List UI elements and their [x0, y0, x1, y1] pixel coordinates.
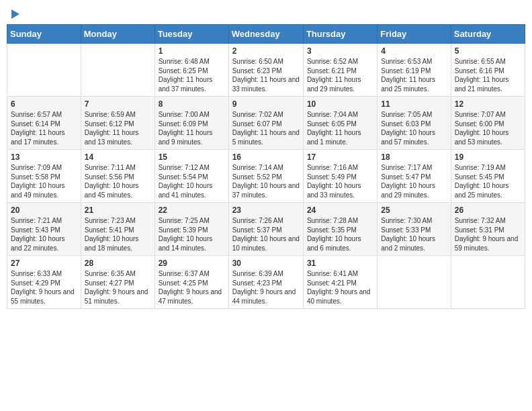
calendar-cell: 6Sunrise: 6:57 AMSunset: 6:14 PMDaylight…	[7, 97, 81, 150]
day-header-saturday: Saturday	[451, 25, 525, 44]
calendar-cell: 22Sunrise: 7:25 AMSunset: 5:39 PMDayligh…	[154, 203, 228, 256]
calendar-week-4: 27Sunrise: 6:33 AMSunset: 4:29 PMDayligh…	[7, 256, 525, 309]
calendar-week-0: 1Sunrise: 6:48 AMSunset: 6:25 PMDaylight…	[7, 44, 525, 97]
day-info-text: Sunrise: 7:16 AM	[307, 163, 373, 173]
day-info-text: Sunset: 6:07 PM	[232, 120, 300, 129]
day-number: 14	[85, 152, 151, 162]
day-info-text: Daylight: 11 hours and 13 minutes.	[85, 128, 151, 146]
day-number: 11	[381, 99, 447, 109]
calendar-cell: 3Sunrise: 6:52 AMSunset: 6:21 PMDaylight…	[303, 44, 377, 97]
day-info-text: Sunrise: 7:07 AM	[455, 110, 521, 120]
day-info-text: Sunset: 5:33 PM	[381, 226, 447, 235]
calendar-cell: 7Sunrise: 6:59 AMSunset: 6:12 PMDaylight…	[81, 97, 154, 150]
day-info-text: Sunset: 5:47 PM	[381, 173, 447, 182]
day-info-text: Sunset: 6:00 PM	[455, 120, 521, 129]
day-number: 22	[159, 205, 225, 215]
day-info-text: Sunset: 6:19 PM	[381, 66, 447, 76]
day-number: 12	[455, 99, 521, 109]
day-info-text: Sunset: 4:27 PM	[85, 279, 151, 288]
day-info-text: Sunset: 6:03 PM	[381, 120, 447, 129]
day-number: 24	[307, 205, 373, 215]
day-info-text: Sunset: 4:25 PM	[159, 279, 225, 288]
day-info-text: Daylight: 11 hours and 21 minutes.	[455, 75, 521, 93]
day-number: 1	[159, 46, 225, 56]
day-number: 26	[455, 205, 521, 215]
day-info-text: Daylight: 10 hours and 49 minutes.	[11, 181, 77, 199]
day-info-text: Sunset: 4:23 PM	[232, 279, 300, 288]
day-info-text: Sunrise: 6:39 AM	[232, 269, 300, 279]
calendar-cell: 28Sunrise: 6:35 AMSunset: 4:27 PMDayligh…	[81, 256, 154, 309]
day-info-text: Daylight: 11 hours and 9 minutes.	[159, 128, 225, 146]
day-info-text: Sunrise: 7:25 AM	[159, 216, 225, 226]
day-info-text: Sunrise: 7:09 AM	[11, 163, 77, 173]
day-info-text: Sunrise: 7:19 AM	[455, 163, 521, 173]
day-info-text: Sunrise: 7:04 AM	[307, 110, 373, 120]
day-number: 30	[232, 259, 300, 268]
calendar-cell: 10Sunrise: 7:04 AMSunset: 6:05 PMDayligh…	[303, 97, 377, 150]
page-header	[7, 7, 525, 19]
calendar-cell: 25Sunrise: 7:30 AMSunset: 5:33 PMDayligh…	[378, 203, 451, 256]
day-number: 19	[455, 152, 521, 162]
calendar-cell: 23Sunrise: 7:26 AMSunset: 5:37 PMDayligh…	[228, 203, 303, 256]
logo	[9, 9, 19, 19]
day-number: 6	[11, 99, 77, 109]
calendar-cell: 14Sunrise: 7:11 AMSunset: 5:56 PMDayligh…	[81, 150, 154, 203]
day-number: 15	[159, 152, 225, 162]
day-info-text: Sunrise: 7:17 AM	[381, 163, 447, 173]
day-info-text: Daylight: 11 hours and 33 minutes.	[232, 75, 300, 93]
calendar-cell	[7, 44, 81, 97]
day-info-text: Sunset: 5:52 PM	[232, 173, 300, 182]
day-info-text: Sunset: 5:58 PM	[11, 173, 77, 182]
calendar-cell: 18Sunrise: 7:17 AMSunset: 5:47 PMDayligh…	[378, 150, 451, 203]
day-info-text: Sunrise: 6:35 AM	[85, 269, 151, 279]
day-number: 18	[381, 152, 447, 162]
day-info-text: Sunrise: 7:12 AM	[159, 163, 225, 173]
calendar-week-2: 13Sunrise: 7:09 AMSunset: 5:58 PMDayligh…	[7, 150, 525, 203]
day-number: 10	[307, 99, 373, 109]
day-info-text: Sunset: 5:49 PM	[307, 173, 373, 182]
day-info-text: Sunrise: 7:28 AM	[307, 216, 373, 226]
day-info-text: Sunrise: 7:32 AM	[455, 216, 521, 226]
day-info-text: Sunset: 6:05 PM	[307, 120, 373, 129]
day-info-text: Sunrise: 7:23 AM	[85, 216, 151, 226]
calendar-cell	[81, 44, 154, 97]
day-number: 7	[85, 99, 151, 109]
day-info-text: Sunset: 5:45 PM	[455, 173, 521, 182]
day-number: 3	[307, 46, 373, 56]
day-info-text: Sunrise: 6:33 AM	[11, 269, 77, 279]
calendar-cell: 31Sunrise: 6:41 AMSunset: 4:21 PMDayligh…	[303, 256, 377, 309]
day-info-text: Sunset: 5:54 PM	[159, 173, 225, 182]
day-info-text: Daylight: 10 hours and 29 minutes.	[381, 181, 447, 199]
day-info-text: Daylight: 10 hours and 22 minutes.	[11, 234, 77, 253]
day-info-text: Daylight: 11 hours and 37 minutes.	[159, 75, 225, 93]
day-info-text: Sunset: 5:37 PM	[232, 226, 300, 235]
day-info-text: Sunset: 6:25 PM	[159, 66, 225, 76]
calendar-cell: 24Sunrise: 7:28 AMSunset: 5:35 PMDayligh…	[303, 203, 377, 256]
day-number: 25	[381, 205, 447, 215]
day-info-text: Sunset: 4:29 PM	[11, 279, 77, 288]
calendar-cell: 12Sunrise: 7:07 AMSunset: 6:00 PMDayligh…	[451, 97, 525, 150]
day-info-text: Daylight: 10 hours and 18 minutes.	[85, 234, 151, 253]
calendar-cell	[451, 256, 525, 309]
day-info-text: Sunset: 6:23 PM	[232, 66, 300, 76]
calendar-cell: 11Sunrise: 7:05 AMSunset: 6:03 PMDayligh…	[378, 97, 451, 150]
day-info-text: Daylight: 9 hours and 44 minutes.	[232, 287, 300, 306]
day-number: 17	[307, 152, 373, 162]
day-info-text: Sunrise: 7:00 AM	[159, 110, 225, 120]
day-info-text: Sunrise: 6:59 AM	[85, 110, 151, 120]
day-info-text: Daylight: 10 hours and 57 minutes.	[381, 128, 447, 146]
day-info-text: Sunset: 5:56 PM	[85, 173, 151, 182]
day-info-text: Sunset: 4:21 PM	[307, 279, 373, 288]
day-info-text: Daylight: 11 hours and 25 minutes.	[381, 75, 447, 93]
day-header-thursday: Thursday	[303, 25, 377, 44]
day-info-text: Sunset: 6:14 PM	[11, 120, 77, 129]
calendar-cell: 13Sunrise: 7:09 AMSunset: 5:58 PMDayligh…	[7, 150, 81, 203]
day-info-text: Daylight: 10 hours and 45 minutes.	[85, 181, 151, 199]
calendar-cell: 5Sunrise: 6:55 AMSunset: 6:16 PMDaylight…	[451, 44, 525, 97]
day-number: 31	[307, 259, 373, 268]
day-info-text: Sunset: 5:41 PM	[85, 226, 151, 235]
calendar-cell: 1Sunrise: 6:48 AMSunset: 6:25 PMDaylight…	[154, 44, 228, 97]
day-number: 5	[455, 46, 521, 56]
day-info-text: Sunset: 5:43 PM	[11, 226, 77, 235]
day-info-text: Sunrise: 7:26 AM	[232, 216, 300, 226]
